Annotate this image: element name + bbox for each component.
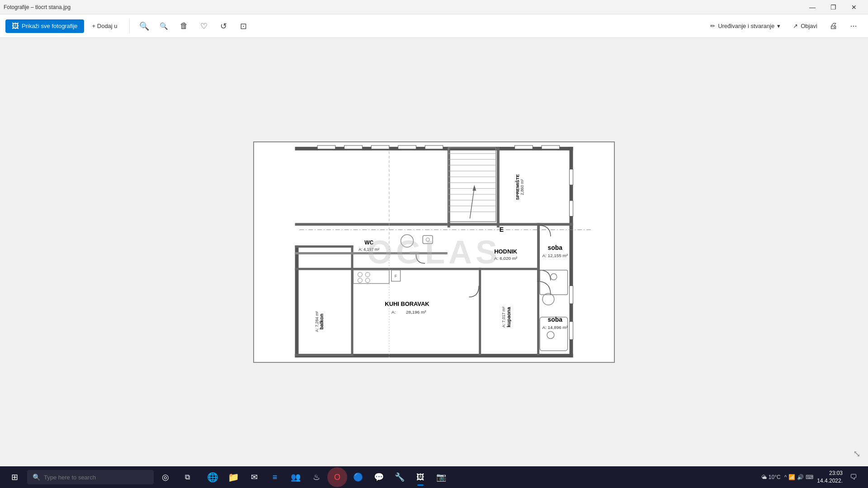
titlebar: Fotografije – tlocrt stana.jpg — ❐ ✕ <box>0 0 868 14</box>
clock-time: 23:03 <box>817 469 843 477</box>
steam-icon: ♨ <box>313 472 320 482</box>
system-clock[interactable]: 23:03 14.4.2022. <box>817 469 843 485</box>
photos-app-icon: 🖼 <box>416 473 425 482</box>
print-button[interactable]: 🖨 <box>825 17 843 35</box>
svg-rect-14 <box>295 354 354 356</box>
system-tray: ^ 📶 🔊 ⌨ <box>784 474 814 480</box>
floor-plan-container: OGLAS <box>253 141 615 363</box>
show-all-button[interactable]: 🖼 Prikaži sve fotografije <box>5 19 84 33</box>
svg-rect-15 <box>351 245 354 356</box>
cortana-icon: ◎ <box>162 472 169 482</box>
delete-button[interactable]: 🗑 <box>175 17 193 35</box>
svg-text:balkon: balkon <box>319 314 324 329</box>
windows-icon: ⊞ <box>11 472 18 482</box>
more-icon: ··· <box>850 21 857 31</box>
delete-icon: 🗑 <box>180 21 188 31</box>
main-content: J (S) - I (E) OGLAS <box>0 38 868 466</box>
close-button[interactable]: ✕ <box>844 0 864 14</box>
svg-rect-76 <box>570 286 573 304</box>
titlebar-title: Fotografije – tlocrt stana.jpg <box>4 4 802 10</box>
weather-widget[interactable]: 🌥 10°C <box>761 474 781 480</box>
camera-icon: 📷 <box>436 472 446 482</box>
share-button[interactable]: ↗ Objavi <box>788 20 823 32</box>
minimize-button[interactable]: — <box>802 0 823 14</box>
taskbar-right: 🌥 10°C ^ 📶 🔊 ⌨ 23:03 14.4.2022. 🗨 <box>761 469 864 485</box>
svg-rect-67 <box>317 145 335 149</box>
toolbar-right: ✏ Uređivanje i stvaranje ▾ ↗ Objavi 🖨 ··… <box>705 17 863 35</box>
svg-rect-8 <box>497 147 500 228</box>
mail-icon: ✉ <box>251 472 258 482</box>
svg-rect-10 <box>295 268 538 270</box>
weather-icon: 🌥 <box>761 474 767 480</box>
svg-text:HODNIK: HODNIK <box>494 248 517 255</box>
edit-create-button[interactable]: ✏ Uređivanje i stvaranje ▾ <box>705 20 786 32</box>
task-view-button[interactable]: ⧉ <box>177 467 197 487</box>
taskbar-search-bar[interactable]: 🔍 <box>27 470 154 484</box>
taskbar-app-teams[interactable]: 👥 <box>286 467 306 487</box>
edit-icon: ✏ <box>710 23 715 29</box>
maximize-button[interactable]: ❐ <box>823 0 844 14</box>
favorite-button[interactable]: ♡ <box>195 17 213 35</box>
svg-text:soba: soba <box>548 244 563 251</box>
clock-date: 14.4.2022. <box>817 477 843 485</box>
svg-text:2,860 m²: 2,860 m² <box>520 179 524 195</box>
floor-plan-svg: F E soba A: 12,155 m² HODNIK A: 6,020 m²… <box>254 142 614 362</box>
svg-text:A: 7,284 m²: A: 7,284 m² <box>315 311 319 332</box>
svg-rect-3 <box>295 245 299 357</box>
svg-rect-72 <box>515 145 533 149</box>
taskbar-app-explorer[interactable]: 📁 <box>223 467 243 487</box>
start-button[interactable]: ⊞ <box>4 466 25 488</box>
taskbar-app-steam[interactable]: ♨ <box>307 467 326 487</box>
fullscreen-icon[interactable]: ⤡ <box>853 448 861 459</box>
rotate-icon: ↺ <box>220 21 227 31</box>
search-input[interactable] <box>44 474 148 481</box>
taskbar-app-devtools[interactable]: ≡ <box>265 467 285 487</box>
chrome-icon: 🔵 <box>353 472 363 482</box>
more-button[interactable]: ··· <box>844 17 863 35</box>
svg-rect-30 <box>295 252 448 254</box>
svg-rect-73 <box>542 145 560 149</box>
svg-text:soba: soba <box>548 316 563 323</box>
taskbar-app-opera[interactable]: O <box>327 467 347 487</box>
network-icon: 📶 <box>788 474 795 480</box>
svg-rect-74 <box>570 169 573 185</box>
svg-rect-68 <box>344 145 363 149</box>
cortana-button[interactable]: ◎ <box>156 467 175 487</box>
whatsapp-icon: 💬 <box>374 472 384 482</box>
svg-rect-77 <box>570 322 573 340</box>
svg-rect-5 <box>295 223 448 226</box>
folder-icon: 📁 <box>228 472 239 483</box>
svg-rect-12 <box>537 268 539 355</box>
zoom-out-button[interactable]: 🔍 <box>155 17 173 35</box>
crop-icon: ⊡ <box>240 21 247 31</box>
crop-button[interactable]: ⊡ <box>235 17 253 35</box>
taskbar-app-camera[interactable]: 📷 <box>431 467 451 487</box>
toolbar: 🖼 Prikaži sve fotografije + Dodaj u 🔍 🔍 … <box>0 14 868 38</box>
svg-text:SPREMIŠTE: SPREMIŠTE <box>515 174 520 200</box>
taskbar-app-tool[interactable]: 🔧 <box>390 467 410 487</box>
taskbar-app-mail[interactable]: ✉ <box>244 467 264 487</box>
speaker-icon[interactable]: 🔊 <box>797 474 804 480</box>
svg-rect-11 <box>479 268 481 355</box>
taskbar-pinned-apps: 🌐 📁 ✉ ≡ 👥 ♨ O 🔵 💬 🔧 🖼 <box>203 467 451 487</box>
edge-icon: 🌐 <box>207 472 218 483</box>
taskbar-app-photos[interactable]: 🖼 <box>410 467 430 487</box>
zoom-in-button[interactable]: 🔍 <box>135 17 153 35</box>
keyboard-icon: ⌨ <box>806 474 813 480</box>
taskbar-app-chrome[interactable]: 🔵 <box>348 467 368 487</box>
zoom-out-icon: 🔍 <box>160 22 168 30</box>
taskbar-app-edge[interactable]: 🌐 <box>203 467 222 487</box>
toolbar-separator <box>129 19 130 33</box>
devtools-icon: ≡ <box>273 473 278 482</box>
add-to-button[interactable]: + Dodaj u <box>86 20 124 32</box>
tray-chevron[interactable]: ^ <box>784 474 787 480</box>
chevron-down-icon: ▾ <box>777 23 780 29</box>
notification-button[interactable]: 🗨 <box>846 470 861 484</box>
rotate-button[interactable]: ↺ <box>215 17 233 35</box>
taskbar-app-whatsapp[interactable]: 💬 <box>369 467 389 487</box>
svg-text:E: E <box>500 226 504 233</box>
svg-text:28,196 m²: 28,196 m² <box>406 310 426 314</box>
tool-icon: 🔧 <box>395 472 405 482</box>
titlebar-controls: — ❐ ✕ <box>802 0 864 14</box>
temperature-label: 10°C <box>769 474 781 480</box>
